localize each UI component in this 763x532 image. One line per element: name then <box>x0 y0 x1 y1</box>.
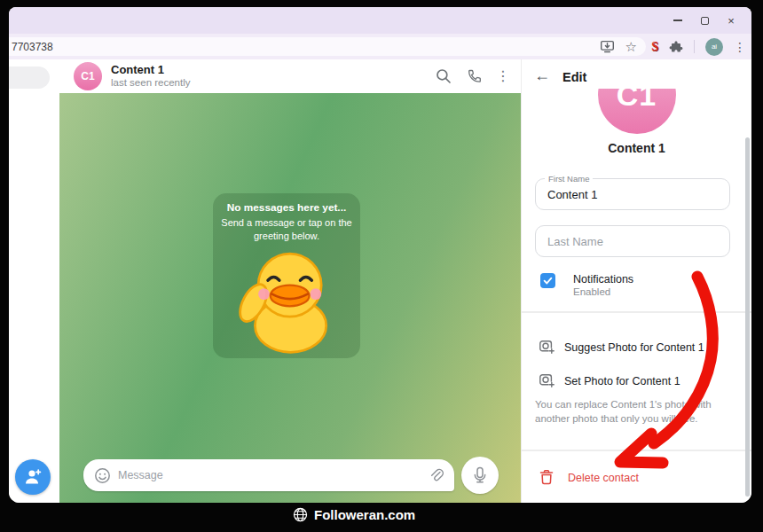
person-add-icon <box>23 467 43 487</box>
delete-contact-button[interactable]: Delete contact <box>568 472 639 484</box>
section-divider <box>522 450 751 451</box>
window-maximize-button[interactable] <box>691 7 718 34</box>
edit-contact-panel: ← Edit C1 Content 1 First Name <box>521 59 751 503</box>
browser-window: × 7703738 ☆ S <box>9 7 751 503</box>
emoji-icon[interactable] <box>94 467 111 484</box>
first-name-label: First Name <box>545 174 593 184</box>
photo-hint-line: You can replace Content 1's photo with <box>535 397 741 411</box>
message-composer <box>83 459 454 491</box>
photo-hint-text: You can replace Content 1's photo with a… <box>535 397 741 426</box>
set-photo-button[interactable]: Set Photo for Content 1 <box>564 375 680 387</box>
notifications-checkbox[interactable] <box>540 273 555 288</box>
camera-add-icon <box>539 339 555 354</box>
phone-icon[interactable] <box>466 68 482 84</box>
panel-scrollbar[interactable] <box>745 137 750 497</box>
empty-state-line: Send a message or tap on the <box>213 216 360 230</box>
empty-state-line: greeting below. <box>213 230 360 243</box>
browser-profile-avatar[interactable]: ai <box>705 38 723 56</box>
check-icon <box>542 275 554 286</box>
maximize-icon <box>701 17 709 25</box>
window-minimize-button[interactable] <box>665 7 691 34</box>
window-controls: × <box>665 7 744 34</box>
extensions-puzzle-icon[interactable] <box>669 40 683 54</box>
toolbar-divider <box>694 40 695 53</box>
contact-name: Content 1 <box>522 141 751 155</box>
trash-icon <box>539 469 554 485</box>
attach-paperclip-icon[interactable] <box>428 467 444 483</box>
chat-avatar[interactable]: C1 <box>74 62 102 90</box>
chat-list-rail <box>9 59 59 503</box>
window-close-button[interactable]: × <box>718 7 744 34</box>
notifications-status: Enabled <box>573 286 610 297</box>
section-divider <box>522 311 751 313</box>
microphone-icon <box>471 466 489 484</box>
photo-hint-line: another photo that only you will see. <box>535 411 741 426</box>
chat-menu-icon[interactable]: ⋮ <box>496 69 510 83</box>
install-app-icon[interactable] <box>600 39 615 54</box>
last-name-input[interactable] <box>536 226 729 256</box>
app-content: C1 Content 1 last seen recently ⋮ <box>9 59 751 503</box>
last-name-field[interactable] <box>535 225 730 257</box>
watermark-text: Followeran.com <box>314 507 415 522</box>
chat-search-input[interactable] <box>9 66 50 89</box>
suggest-photo-button[interactable]: Suggest Photo for Content 1 <box>564 341 704 354</box>
empty-state-title: No messages here yet... <box>213 201 360 214</box>
camera-add-icon <box>539 372 555 387</box>
bookmark-star-icon[interactable]: ☆ <box>625 40 637 53</box>
toolbar-right: S ai ⋮ <box>651 34 746 59</box>
contact-avatar-large[interactable]: C1 <box>598 89 676 134</box>
extension-s-icon[interactable]: S <box>651 40 658 54</box>
voice-record-button[interactable] <box>461 457 499 494</box>
desktop-background: × 7703738 ☆ S <box>0 0 763 532</box>
back-arrow-icon[interactable]: ← <box>534 66 550 85</box>
message-input[interactable] <box>118 469 428 481</box>
first-name-field[interactable]: First Name <box>535 178 730 210</box>
browser-menu-icon[interactable]: ⋮ <box>734 41 746 53</box>
chat-column: C1 Content 1 last seen recently ⋮ <box>59 59 521 503</box>
first-name-input[interactable] <box>536 179 729 209</box>
address-bar[interactable]: 7703738 ☆ <box>9 37 646 56</box>
chat-title: Content 1 <box>111 63 164 76</box>
browser-toolbar: 7703738 ☆ S ai ⋮ <box>9 34 751 59</box>
globe-icon <box>293 507 308 522</box>
empty-state-bubble: No messages here yet... Send a message o… <box>213 193 360 358</box>
chat-subtitle: last seen recently <box>111 77 191 88</box>
search-icon[interactable] <box>436 68 452 84</box>
minimize-icon <box>673 20 682 21</box>
watermark: Followeran.com <box>293 507 415 522</box>
notifications-label: Notifications <box>573 273 633 286</box>
url-text[interactable]: 7703738 <box>12 41 53 53</box>
add-contact-fab[interactable] <box>15 459 51 495</box>
chat-header: C1 Content 1 last seen recently ⋮ <box>59 59 521 93</box>
browser-titlebar: × <box>9 7 751 34</box>
panel-title: Edit <box>562 70 586 84</box>
duck-greeting-sticker[interactable] <box>230 245 343 355</box>
chat-background: No messages here yet... Send a message o… <box>59 93 521 503</box>
